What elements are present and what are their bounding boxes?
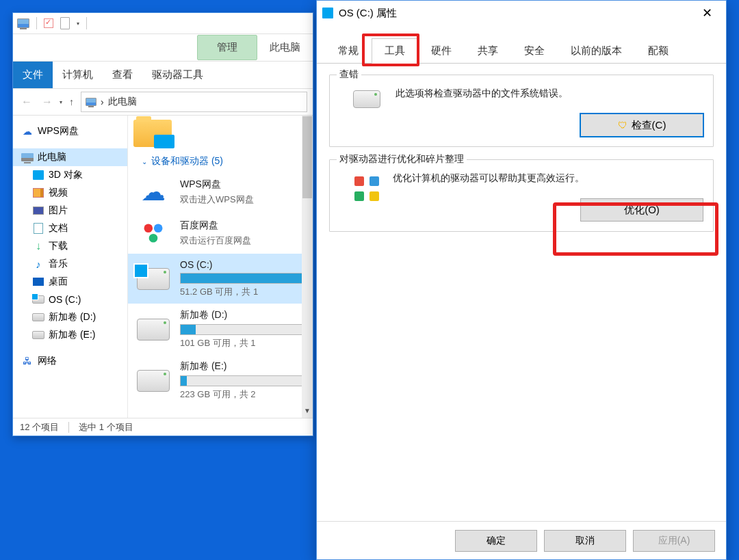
entry-os-c[interactable]: OS (C:) 51.2 GB 可用，共 1 bbox=[128, 254, 313, 304]
tab-quota[interactable]: 配额 bbox=[635, 38, 682, 64]
close-button[interactable]: ✕ bbox=[694, 3, 721, 23]
optimize-button[interactable]: 优化(O) bbox=[580, 198, 703, 222]
svg-point-1 bbox=[154, 224, 163, 233]
pictures-folder-icon bbox=[133, 120, 172, 147]
entry-baidu[interactable]: 百度网盘 双击运行百度网盘 bbox=[128, 213, 313, 254]
drive-icon bbox=[32, 295, 44, 304]
tree-vol-e[interactable]: 新加卷 (E:) bbox=[13, 326, 127, 344]
chevron-down-icon: ⌄ bbox=[142, 158, 147, 165]
documents-icon bbox=[34, 223, 43, 234]
drive-icon bbox=[137, 268, 170, 290]
ribbon-drive-tools[interactable]: 驱动器工具 bbox=[142, 62, 213, 88]
scrollbar[interactable]: ▲ ▼ bbox=[302, 116, 313, 418]
group-title: 查错 bbox=[337, 68, 361, 81]
entry-wps[interactable]: ☁ WPS网盘 双击进入WPS网盘 bbox=[128, 172, 313, 213]
address-text[interactable]: 此电脑 bbox=[108, 96, 137, 108]
tab-tools[interactable]: 工具 bbox=[372, 38, 418, 64]
group-check: 查错 此选项将检查驱动器中的文件系统错误。 🛡 检查(C) bbox=[329, 75, 714, 147]
dialog-titlebar: OS (C:) 属性 ✕ bbox=[317, 1, 726, 25]
download-icon: ↓ bbox=[32, 240, 44, 252]
tab-security[interactable]: 安全 bbox=[511, 38, 558, 64]
entry-vol-d[interactable]: 新加卷 (D:) 101 GB 可用，共 1 bbox=[128, 304, 313, 355]
tree-network[interactable]: 🖧 网络 bbox=[13, 352, 127, 370]
nav-row: ← → ▾ ↑ › 此电脑 bbox=[13, 88, 313, 116]
nav-history-icon[interactable]: ▾ bbox=[60, 99, 62, 105]
baidu-icon bbox=[140, 219, 167, 247]
nav-back-icon[interactable]: ← bbox=[18, 93, 35, 111]
ribbon-file[interactable]: 文件 bbox=[13, 62, 53, 88]
drive-icon bbox=[137, 319, 170, 341]
address-bar[interactable]: › 此电脑 bbox=[81, 92, 307, 112]
group-optimize: 对驱动器进行优化和碎片整理 优化计算机的驱动器可以帮助其更高效运行。 优化(O) bbox=[329, 159, 714, 232]
3d-icon bbox=[33, 170, 44, 180]
svg-point-2 bbox=[149, 234, 158, 243]
optimize-desc: 优化计算机的驱动器可以帮助其更高效运行。 bbox=[393, 172, 703, 185]
explorer-window: ▾ 管理 此电脑 文件 计算机 查看 驱动器工具 ← → ▾ ↑ › 此电脑 ☁… bbox=[12, 12, 313, 436]
pc-icon bbox=[17, 18, 29, 28]
dialog-title: OS (C:) 属性 bbox=[339, 7, 397, 20]
network-icon: 🖧 bbox=[21, 355, 34, 367]
nav-fwd-icon[interactable]: → bbox=[39, 93, 55, 111]
group-title: 对驱动器进行优化和碎片整理 bbox=[337, 153, 467, 165]
tree-wps[interactable]: ☁ WPS网盘 bbox=[13, 122, 127, 140]
qat-dropdown-icon[interactable]: ▾ bbox=[77, 21, 79, 27]
tree-pictures[interactable]: 图片 bbox=[13, 202, 127, 219]
address-crumb[interactable]: › bbox=[101, 96, 104, 107]
tab-hardware[interactable]: 硬件 bbox=[418, 38, 465, 64]
scroll-thumb[interactable] bbox=[302, 116, 312, 198]
drive-icon bbox=[32, 313, 44, 321]
tab-sharing[interactable]: 共享 bbox=[465, 38, 511, 64]
tabs: 常规 工具 硬件 共享 安全 以前的版本 配额 bbox=[317, 38, 726, 64]
tree-documents[interactable]: 文档 bbox=[13, 219, 127, 237]
folder-thumb[interactable] bbox=[128, 117, 313, 150]
qat-doc-icon[interactable] bbox=[60, 17, 70, 29]
drive-icon bbox=[32, 331, 44, 339]
scroll-down-icon[interactable]: ▼ bbox=[302, 407, 313, 418]
tree-music[interactable]: ♪ 音乐 bbox=[13, 255, 127, 273]
tree-3d[interactable]: 3D 对象 bbox=[13, 166, 127, 184]
ribbon-context-title: 此电脑 bbox=[257, 34, 313, 61]
nav-up-icon[interactable]: ↑ bbox=[66, 94, 77, 110]
tab-general[interactable]: 常规 bbox=[325, 38, 372, 64]
svg-point-0 bbox=[144, 224, 153, 233]
properties-dialog: OS (C:) 属性 ✕ 常规 工具 硬件 共享 安全 以前的版本 配额 查错 … bbox=[316, 0, 727, 560]
tree-video[interactable]: 视频 bbox=[13, 184, 127, 202]
desktop-icon bbox=[33, 278, 44, 286]
cancel-button[interactable]: 取消 bbox=[544, 530, 626, 552]
usage-bar bbox=[180, 273, 306, 284]
music-icon: ♪ bbox=[32, 258, 44, 270]
ribbon-contextual-manage[interactable]: 管理 bbox=[197, 35, 257, 60]
pc-icon bbox=[21, 153, 34, 161]
nav-tree: ☁ WPS网盘 此电脑 3D 对象 视频 图片 文档 bbox=[13, 116, 128, 418]
tree-os-c[interactable]: OS (C:) bbox=[13, 291, 127, 308]
defrag-icon bbox=[353, 175, 380, 202]
entry-vol-e[interactable]: 新加卷 (E:) 223 GB 可用，共 2 bbox=[128, 355, 313, 406]
ribbon-computer[interactable]: 计算机 bbox=[53, 62, 103, 88]
video-icon bbox=[33, 188, 44, 198]
content-pane: ⌄ 设备和驱动器 (5) ☁ WPS网盘 双击进入WPS网盘 百度网盘 bbox=[128, 116, 313, 418]
check-button[interactable]: 🛡 检查(C) bbox=[580, 114, 703, 137]
tab-previous[interactable]: 以前的版本 bbox=[558, 38, 635, 64]
usage-bar bbox=[180, 324, 306, 335]
apply-button[interactable]: 应用(A) bbox=[633, 530, 715, 552]
explorer-titlebar: ▾ bbox=[13, 13, 313, 34]
shield-icon: 🛡 bbox=[618, 120, 627, 131]
status-selected: 选中 1 个项目 bbox=[79, 421, 133, 434]
group-devices[interactable]: ⌄ 设备和驱动器 (5) bbox=[128, 150, 313, 172]
check-desc: 此选项将检查驱动器中的文件系统错误。 bbox=[396, 88, 703, 100]
tree-vol-d[interactable]: 新加卷 (D:) bbox=[13, 308, 127, 326]
tree-this-pc[interactable]: 此电脑 bbox=[13, 148, 127, 166]
ok-button[interactable]: 确定 bbox=[455, 530, 537, 552]
pictures-icon bbox=[33, 206, 44, 215]
ribbon-row1: 管理 此电脑 bbox=[13, 34, 313, 61]
dialog-footer: 确定 取消 应用(A) bbox=[317, 521, 726, 559]
ribbon-view[interactable]: 查看 bbox=[103, 62, 142, 88]
tree-desktop[interactable]: 桌面 bbox=[13, 273, 127, 291]
ribbon-row2: 文件 计算机 查看 驱动器工具 bbox=[13, 61, 313, 88]
tree-downloads[interactable]: ↓ 下载 bbox=[13, 237, 127, 255]
qat-checkbox-icon[interactable] bbox=[44, 18, 53, 28]
cloud-icon: ☁ bbox=[21, 125, 34, 137]
status-bar: 12 个项目 选中 1 个项目 bbox=[13, 418, 313, 436]
drive-icon bbox=[353, 90, 383, 118]
usage-bar bbox=[180, 375, 306, 386]
